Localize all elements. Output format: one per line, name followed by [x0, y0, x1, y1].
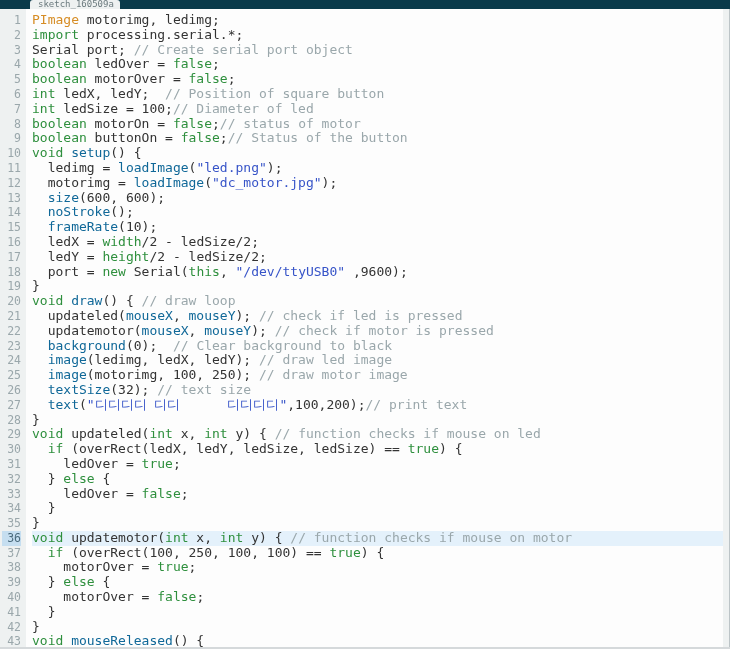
- tab-sketch[interactable]: sketch_160509a: [30, 0, 120, 9]
- line-number: 1: [2, 13, 21, 28]
- line-number: 19: [2, 279, 21, 294]
- code-line[interactable]: background(0); // Clear background to bl…: [32, 339, 729, 354]
- code-line[interactable]: boolean motorOver = false;: [32, 72, 729, 87]
- line-number: 6: [2, 87, 21, 102]
- line-number: 17: [2, 250, 21, 265]
- line-number: 31: [2, 457, 21, 472]
- code-line[interactable]: void updateled(int x, int y) { // functi…: [32, 427, 729, 442]
- line-number: 27: [2, 398, 21, 413]
- code-line[interactable]: }: [32, 501, 729, 516]
- line-number: 30: [2, 442, 21, 457]
- code-line[interactable]: } else {: [32, 472, 729, 487]
- line-number: 38: [2, 560, 21, 575]
- line-number: 7: [2, 102, 21, 117]
- line-number: 26: [2, 383, 21, 398]
- code-line[interactable]: void updatemotor(int x, int y) { // func…: [32, 531, 729, 546]
- code-line[interactable]: motorOver = true;: [32, 560, 729, 575]
- code-line[interactable]: import processing.serial.*;: [32, 28, 729, 43]
- code-line[interactable]: boolean ledOver = false;: [32, 57, 729, 72]
- line-number: 12: [2, 176, 21, 191]
- line-number: 10: [2, 146, 21, 161]
- code-line[interactable]: text("디디디디 디디 디디디디",100,200);// print te…: [32, 398, 729, 413]
- code-line[interactable]: if (overRect(100, 250, 100, 100) == true…: [32, 546, 729, 561]
- code-line[interactable]: int ledSize = 100;// Diameter of led: [32, 102, 729, 117]
- line-number: 5: [2, 72, 21, 87]
- code-line[interactable]: }: [32, 516, 729, 531]
- code-line[interactable]: ledY = height/2 - ledSize/2;: [32, 250, 729, 265]
- code-line[interactable]: textSize(32); // text size: [32, 383, 729, 398]
- code-line[interactable]: boolean motorOn = false;// status of mot…: [32, 117, 729, 132]
- line-number: 23: [2, 339, 21, 354]
- line-gutter: 1234567891011121314151617181920212223242…: [0, 9, 26, 647]
- vertical-scrollbar[interactable]: [723, 9, 729, 647]
- code-line[interactable]: ledX = width/2 - ledSize/2;: [32, 235, 729, 250]
- code-line[interactable]: updateled(mouseX, mouseY); // check if l…: [32, 309, 729, 324]
- line-number: 28: [2, 413, 21, 428]
- line-number: 40: [2, 590, 21, 605]
- line-number: 15: [2, 220, 21, 235]
- code-line[interactable]: image(motorimg, 100, 250); // draw motor…: [32, 368, 729, 383]
- line-number: 32: [2, 472, 21, 487]
- code-line[interactable]: size(600, 600);: [32, 191, 729, 206]
- code-line[interactable]: motorimg = loadImage("dc_motor.jpg");: [32, 176, 729, 191]
- line-number: 3: [2, 43, 21, 58]
- code-line[interactable]: noStroke();: [32, 205, 729, 220]
- code-line[interactable]: ledimg = loadImage("led.png");: [32, 161, 729, 176]
- line-number: 25: [2, 368, 21, 383]
- line-number: 14: [2, 205, 21, 220]
- code-line[interactable]: ledOver = true;: [32, 457, 729, 472]
- code-line[interactable]: }: [32, 605, 729, 620]
- code-line[interactable]: }: [32, 620, 729, 635]
- line-number: 11: [2, 161, 21, 176]
- line-number: 36: [2, 531, 21, 546]
- code-line[interactable]: ledOver = false;: [32, 487, 729, 502]
- code-line[interactable]: port = new Serial(this, "/dev/ttyUSB0" ,…: [32, 265, 729, 280]
- code-line[interactable]: void draw() { // draw loop: [32, 294, 729, 309]
- line-number: 39: [2, 575, 21, 590]
- code-line[interactable]: void mouseReleased() {: [32, 634, 729, 647]
- code-line[interactable]: } else {: [32, 575, 729, 590]
- line-number: 16: [2, 235, 21, 250]
- code-line[interactable]: motorOver = false;: [32, 590, 729, 605]
- line-number: 24: [2, 353, 21, 368]
- code-editor[interactable]: 1234567891011121314151617181920212223242…: [0, 9, 730, 647]
- code-line[interactable]: image(ledimg, ledX, ledY); // draw led i…: [32, 353, 729, 368]
- line-number: 21: [2, 309, 21, 324]
- code-line[interactable]: void setup() {: [32, 146, 729, 161]
- line-number: 13: [2, 191, 21, 206]
- line-number: 2: [2, 28, 21, 43]
- line-number: 33: [2, 487, 21, 502]
- code-line[interactable]: updatemotor(mouseX, mouseY); // check if…: [32, 324, 729, 339]
- code-line[interactable]: int ledX, ledY; // Position of square bu…: [32, 87, 729, 102]
- code-line[interactable]: Serial port; // Create serial port objec…: [32, 43, 729, 58]
- line-number: 29: [2, 427, 21, 442]
- code-line[interactable]: }: [32, 279, 729, 294]
- line-number: 43: [2, 634, 21, 647]
- code-line[interactable]: boolean buttonOn = false;// Status of th…: [32, 131, 729, 146]
- line-number: 37: [2, 546, 21, 561]
- line-number: 34: [2, 501, 21, 516]
- line-number: 42: [2, 620, 21, 635]
- code-line[interactable]: }: [32, 413, 729, 428]
- line-number: 35: [2, 516, 21, 531]
- code-line[interactable]: PImage motorimg, ledimg;: [32, 13, 729, 28]
- code-area[interactable]: PImage motorimg, ledimg;import processin…: [26, 9, 729, 647]
- line-number: 4: [2, 57, 21, 72]
- line-number: 41: [2, 605, 21, 620]
- line-number: 8: [2, 117, 21, 132]
- line-number: 18: [2, 265, 21, 280]
- line-number: 9: [2, 131, 21, 146]
- line-number: 22: [2, 324, 21, 339]
- code-line[interactable]: if (overRect(ledX, ledY, ledSize, ledSiz…: [32, 442, 729, 457]
- line-number: 20: [2, 294, 21, 309]
- tab-bar: sketch_160509a: [0, 0, 730, 9]
- code-line[interactable]: frameRate(10);: [32, 220, 729, 235]
